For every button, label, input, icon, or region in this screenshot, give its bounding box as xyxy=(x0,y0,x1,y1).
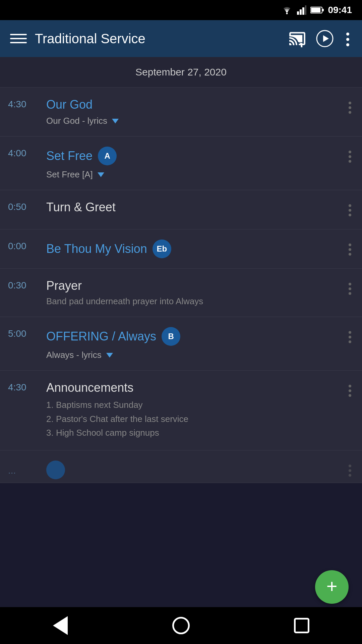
recent-button[interactable] xyxy=(288,612,315,639)
item-title-row: Prayer xyxy=(46,279,338,293)
item-time: 5:00 xyxy=(8,327,38,339)
item-content: Turn & Greet xyxy=(46,200,338,214)
service-list: 4:30 Our God Our God - lyrics 4:00 Set F… xyxy=(0,88,362,483)
svg-rect-6 xyxy=(311,8,320,12)
chevron-down-icon[interactable] xyxy=(112,119,119,123)
date-text: September 27, 2020 xyxy=(135,66,227,77)
svg-marker-9 xyxy=(323,35,329,42)
key-badge: A xyxy=(98,147,117,165)
item-title-row: Turn & Greet xyxy=(46,200,338,214)
item-more-button[interactable] xyxy=(346,99,354,116)
item-title: Prayer xyxy=(46,279,82,293)
svg-rect-7 xyxy=(322,9,324,11)
item-title-row: OFFERING / Always B xyxy=(46,327,338,346)
svg-rect-4 xyxy=(305,5,306,15)
service-item: 0:00 Be Thou My Vision Eb xyxy=(0,229,362,269)
item-more-button[interactable] xyxy=(346,241,354,258)
item-title[interactable]: Set Free xyxy=(46,149,93,163)
item-title-row: Announcements xyxy=(46,381,338,395)
item-more-button[interactable] xyxy=(346,328,354,346)
item-content: Our God Our God - lyrics xyxy=(46,98,338,126)
item-more-button[interactable] xyxy=(346,148,354,165)
item-subtitle-text[interactable]: Always - lyrics xyxy=(46,350,102,360)
status-bar: 09:41 xyxy=(0,0,362,20)
item-subtitle: Always - lyrics xyxy=(46,350,338,360)
item-time: ... xyxy=(8,464,38,476)
item-title[interactable]: Be Thou My Vision xyxy=(46,242,147,256)
item-title-row: Be Thou My Vision Eb xyxy=(46,239,338,258)
svg-rect-2 xyxy=(300,9,302,15)
announcement-item: 3. High School camp signups xyxy=(46,426,338,440)
key-badge: Eb xyxy=(153,239,171,258)
key-badge xyxy=(46,461,65,479)
service-item: 4:00 Set Free A Set Free [A] xyxy=(0,137,362,190)
more-button[interactable] xyxy=(344,30,352,49)
item-title-row: Our God xyxy=(46,98,338,112)
service-item: 4:30 Our God Our God - lyrics xyxy=(0,88,362,137)
chevron-down-icon[interactable] xyxy=(98,172,104,177)
back-button[interactable] xyxy=(47,612,74,639)
item-title-row xyxy=(46,461,338,479)
item-time: 4:30 xyxy=(8,98,38,110)
cast-icon xyxy=(289,30,306,47)
app-bar: Traditional Service xyxy=(0,20,362,57)
home-button[interactable] xyxy=(168,612,194,639)
signal-icon xyxy=(297,5,306,15)
add-item-fab[interactable]: + xyxy=(315,570,349,604)
item-content: Prayer Band pad underneath prayer into A… xyxy=(46,279,338,307)
chevron-down-icon[interactable] xyxy=(106,353,113,358)
item-title[interactable]: Our God xyxy=(46,98,93,112)
status-icons: 09:41 xyxy=(281,5,352,15)
announcement-item: 2. Pastor's Chat after the last service xyxy=(46,412,338,426)
item-more-button[interactable] xyxy=(346,382,354,399)
play-button[interactable] xyxy=(316,30,334,47)
item-content: Set Free A Set Free [A] xyxy=(46,147,338,180)
service-item: 5:00 OFFERING / Always B Always - lyrics xyxy=(0,317,362,371)
menu-button[interactable] xyxy=(10,30,27,47)
app-bar-title: Traditional Service xyxy=(35,31,281,46)
service-item: 4:30 Announcements 1. Baptisms next Sund… xyxy=(0,371,362,450)
item-subtitle: Set Free [A] xyxy=(46,169,338,180)
item-subtitle: Our God - lyrics xyxy=(46,116,338,126)
item-time: 4:00 xyxy=(8,147,38,159)
item-content xyxy=(46,461,338,479)
home-icon xyxy=(172,617,190,634)
item-subtitle-text[interactable]: Set Free [A] xyxy=(46,169,93,180)
announcement-item: 1. Baptisms next Sunday xyxy=(46,398,338,412)
item-title: Turn & Greet xyxy=(46,200,116,214)
key-badge: B xyxy=(162,327,180,346)
service-item: 0:50 Turn & Greet xyxy=(0,190,362,229)
service-item: 0:30 Prayer Band pad underneath prayer i… xyxy=(0,269,362,317)
svg-point-0 xyxy=(286,13,288,14)
battery-icon xyxy=(310,6,324,14)
recent-icon xyxy=(294,618,309,633)
play-icon xyxy=(316,30,334,47)
service-item: ... xyxy=(0,450,362,483)
item-time: 4:30 xyxy=(8,381,38,393)
item-note: Band pad underneath prayer into Always xyxy=(46,296,338,307)
app-bar-actions xyxy=(289,29,352,49)
item-content: Be Thou My Vision Eb xyxy=(46,239,338,258)
svg-rect-1 xyxy=(297,11,299,15)
announcement-list: 1. Baptisms next Sunday 2. Pastor's Chat… xyxy=(46,398,338,440)
status-time: 09:41 xyxy=(328,5,352,15)
item-time: 0:00 xyxy=(8,239,38,252)
item-subtitle-text[interactable]: Our God - lyrics xyxy=(46,116,107,126)
add-icon: + xyxy=(326,577,338,596)
date-header: September 27, 2020 xyxy=(0,57,362,88)
item-more-button[interactable] xyxy=(346,202,354,219)
item-time: 0:30 xyxy=(8,279,38,291)
item-time: 0:50 xyxy=(8,200,38,212)
cast-button[interactable] xyxy=(289,30,306,47)
item-more-button[interactable] xyxy=(346,462,354,479)
item-more-button[interactable] xyxy=(346,280,354,298)
item-title: Announcements xyxy=(46,381,133,395)
item-title-row: Set Free A xyxy=(46,147,338,165)
wifi-icon xyxy=(281,5,293,15)
item-content: Announcements 1. Baptisms next Sunday 2.… xyxy=(46,381,338,440)
svg-rect-3 xyxy=(302,7,304,15)
bottom-nav xyxy=(0,607,362,644)
item-content: OFFERING / Always B Always - lyrics xyxy=(46,327,338,360)
item-title[interactable]: OFFERING / Always xyxy=(46,329,156,343)
back-icon xyxy=(53,616,68,635)
